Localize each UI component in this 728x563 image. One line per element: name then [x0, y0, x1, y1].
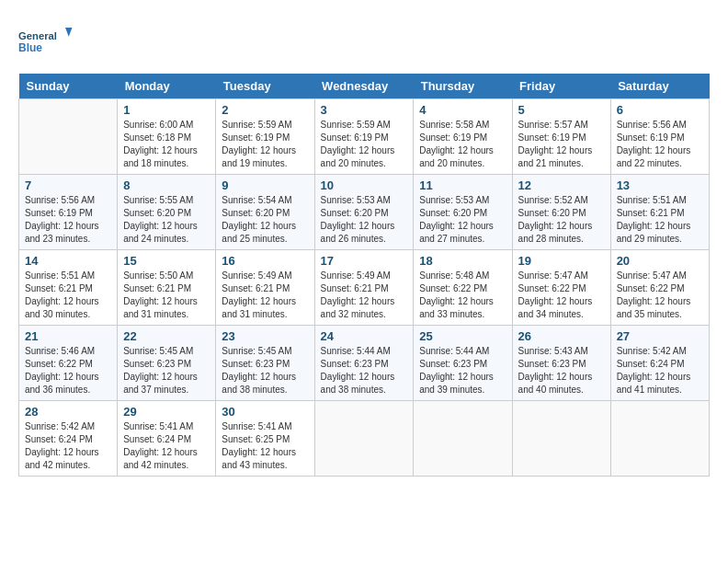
day-number: 28: [25, 405, 111, 419]
header-cell-saturday: Saturday: [610, 74, 709, 99]
calendar-cell: 17Sunrise: 5:49 AM Sunset: 6:21 PM Dayli…: [314, 250, 414, 326]
svg-text:Blue: Blue: [18, 41, 42, 54]
calendar-cell: 14Sunrise: 5:51 AM Sunset: 6:21 PM Dayli…: [19, 250, 118, 326]
day-info: Sunrise: 5:56 AM Sunset: 6:19 PM Dayligh…: [25, 194, 111, 246]
calendar-cell: 11Sunrise: 5:53 AM Sunset: 6:20 PM Dayli…: [414, 175, 512, 250]
day-info: Sunrise: 5:45 AM Sunset: 6:23 PM Dayligh…: [123, 345, 210, 396]
day-info: Sunrise: 5:44 AM Sunset: 6:23 PM Dayligh…: [419, 345, 506, 396]
day-number: 5: [518, 103, 605, 117]
calendar-table: SundayMondayTuesdayWednesdayThursdayFrid…: [18, 74, 710, 477]
day-number: 14: [25, 254, 111, 268]
day-info: Sunrise: 5:59 AM Sunset: 6:19 PM Dayligh…: [321, 119, 408, 170]
day-number: 6: [617, 103, 703, 117]
svg-text:General: General: [18, 30, 57, 41]
header-cell-tuesday: Tuesday: [216, 74, 314, 99]
header-cell-thursday: Thursday: [414, 74, 512, 99]
day-info: Sunrise: 5:43 AM Sunset: 6:23 PM Dayligh…: [518, 345, 605, 396]
day-info: Sunrise: 5:46 AM Sunset: 6:22 PM Dayligh…: [25, 345, 111, 396]
day-info: Sunrise: 5:53 AM Sunset: 6:20 PM Dayligh…: [321, 194, 408, 246]
day-number: 3: [321, 103, 408, 117]
calendar-cell: 2Sunrise: 5:59 AM Sunset: 6:19 PM Daylig…: [216, 99, 314, 175]
calendar-cell: 3Sunrise: 5:59 AM Sunset: 6:19 PM Daylig…: [314, 99, 414, 175]
calendar-cell: 25Sunrise: 5:44 AM Sunset: 6:23 PM Dayli…: [414, 326, 512, 401]
calendar-cell: 9Sunrise: 5:54 AM Sunset: 6:20 PM Daylig…: [216, 175, 314, 250]
calendar-cell: 29Sunrise: 5:41 AM Sunset: 6:24 PM Dayli…: [118, 401, 216, 477]
day-number: 8: [123, 178, 210, 192]
day-info: Sunrise: 6:00 AM Sunset: 6:18 PM Dayligh…: [123, 119, 210, 170]
calendar-cell: 19Sunrise: 5:47 AM Sunset: 6:22 PM Dayli…: [512, 250, 610, 326]
header-cell-monday: Monday: [118, 74, 216, 99]
calendar-cell: [314, 401, 414, 477]
calendar-cell: 23Sunrise: 5:45 AM Sunset: 6:23 PM Dayli…: [216, 326, 314, 401]
calendar-week-1: 1Sunrise: 6:00 AM Sunset: 6:18 PM Daylig…: [19, 99, 710, 175]
calendar-cell: 1Sunrise: 6:00 AM Sunset: 6:18 PM Daylig…: [118, 99, 216, 175]
day-info: Sunrise: 5:54 AM Sunset: 6:20 PM Dayligh…: [222, 194, 308, 246]
day-info: Sunrise: 5:42 AM Sunset: 6:24 PM Dayligh…: [617, 345, 703, 396]
day-info: Sunrise: 5:57 AM Sunset: 6:19 PM Dayligh…: [518, 119, 605, 170]
day-info: Sunrise: 5:44 AM Sunset: 6:23 PM Dayligh…: [321, 345, 408, 396]
calendar-cell: [512, 401, 610, 477]
calendar-cell: 4Sunrise: 5:58 AM Sunset: 6:19 PM Daylig…: [414, 99, 512, 175]
day-number: 12: [518, 178, 605, 192]
day-number: 27: [617, 329, 703, 343]
day-number: 9: [222, 178, 308, 192]
day-number: 21: [25, 329, 111, 343]
day-info: Sunrise: 5:48 AM Sunset: 6:22 PM Dayligh…: [419, 270, 506, 321]
day-info: Sunrise: 5:50 AM Sunset: 6:21 PM Dayligh…: [123, 270, 210, 321]
day-number: 20: [617, 254, 703, 268]
day-info: Sunrise: 5:56 AM Sunset: 6:19 PM Dayligh…: [617, 119, 703, 170]
logo: General Blue: [18, 18, 74, 64]
calendar-cell: 10Sunrise: 5:53 AM Sunset: 6:20 PM Dayli…: [314, 175, 414, 250]
calendar-cell: 16Sunrise: 5:49 AM Sunset: 6:21 PM Dayli…: [216, 250, 314, 326]
calendar-cell: 13Sunrise: 5:51 AM Sunset: 6:21 PM Dayli…: [610, 175, 709, 250]
header-cell-wednesday: Wednesday: [314, 74, 414, 99]
day-number: 29: [123, 405, 210, 419]
calendar-cell: 26Sunrise: 5:43 AM Sunset: 6:23 PM Dayli…: [512, 326, 610, 401]
calendar-cell: 5Sunrise: 5:57 AM Sunset: 6:19 PM Daylig…: [512, 99, 610, 175]
calendar-cell: 8Sunrise: 5:55 AM Sunset: 6:20 PM Daylig…: [118, 175, 216, 250]
calendar-header: SundayMondayTuesdayWednesdayThursdayFrid…: [19, 74, 710, 99]
day-info: Sunrise: 5:53 AM Sunset: 6:20 PM Dayligh…: [419, 194, 506, 246]
calendar-week-4: 21Sunrise: 5:46 AM Sunset: 6:22 PM Dayli…: [19, 326, 710, 401]
day-info: Sunrise: 5:49 AM Sunset: 6:21 PM Dayligh…: [222, 270, 308, 321]
day-info: Sunrise: 5:55 AM Sunset: 6:20 PM Dayligh…: [123, 194, 210, 246]
day-info: Sunrise: 5:47 AM Sunset: 6:22 PM Dayligh…: [518, 270, 605, 321]
day-number: 26: [518, 329, 605, 343]
day-number: 25: [419, 329, 506, 343]
calendar-cell: 6Sunrise: 5:56 AM Sunset: 6:19 PM Daylig…: [610, 99, 709, 175]
calendar-cell: 28Sunrise: 5:42 AM Sunset: 6:24 PM Dayli…: [19, 401, 118, 477]
header-row: SundayMondayTuesdayWednesdayThursdayFrid…: [19, 74, 710, 99]
calendar-cell: 27Sunrise: 5:42 AM Sunset: 6:24 PM Dayli…: [610, 326, 709, 401]
day-info: Sunrise: 5:59 AM Sunset: 6:19 PM Dayligh…: [222, 119, 308, 170]
calendar-cell: [414, 401, 512, 477]
day-number: 1: [123, 103, 210, 117]
day-info: Sunrise: 5:51 AM Sunset: 6:21 PM Dayligh…: [617, 194, 703, 246]
day-info: Sunrise: 5:51 AM Sunset: 6:21 PM Dayligh…: [25, 270, 111, 321]
day-number: 24: [321, 329, 408, 343]
day-number: 7: [25, 178, 111, 192]
day-info: Sunrise: 5:49 AM Sunset: 6:21 PM Dayligh…: [321, 270, 408, 321]
calendar-cell: 21Sunrise: 5:46 AM Sunset: 6:22 PM Dayli…: [19, 326, 118, 401]
header-cell-friday: Friday: [512, 74, 610, 99]
calendar-cell: 30Sunrise: 5:41 AM Sunset: 6:25 PM Dayli…: [216, 401, 314, 477]
calendar-week-5: 28Sunrise: 5:42 AM Sunset: 6:24 PM Dayli…: [19, 401, 710, 477]
header-cell-sunday: Sunday: [19, 74, 118, 99]
day-number: 11: [419, 178, 506, 192]
calendar-cell: 22Sunrise: 5:45 AM Sunset: 6:23 PM Dayli…: [118, 326, 216, 401]
day-number: 23: [222, 329, 308, 343]
calendar-cell: 15Sunrise: 5:50 AM Sunset: 6:21 PM Dayli…: [118, 250, 216, 326]
day-number: 15: [123, 254, 210, 268]
day-number: 22: [123, 329, 210, 343]
calendar-week-2: 7Sunrise: 5:56 AM Sunset: 6:19 PM Daylig…: [19, 175, 710, 250]
day-info: Sunrise: 5:58 AM Sunset: 6:19 PM Dayligh…: [419, 119, 506, 170]
day-info: Sunrise: 5:41 AM Sunset: 6:25 PM Dayligh…: [222, 420, 308, 472]
calendar-cell: [610, 401, 709, 477]
day-number: 10: [321, 178, 408, 192]
calendar-cell: 7Sunrise: 5:56 AM Sunset: 6:19 PM Daylig…: [19, 175, 118, 250]
day-info: Sunrise: 5:47 AM Sunset: 6:22 PM Dayligh…: [617, 270, 703, 321]
day-info: Sunrise: 5:42 AM Sunset: 6:24 PM Dayligh…: [25, 420, 111, 472]
day-info: Sunrise: 5:52 AM Sunset: 6:20 PM Dayligh…: [518, 194, 605, 246]
day-number: 19: [518, 254, 605, 268]
calendar-cell: 20Sunrise: 5:47 AM Sunset: 6:22 PM Dayli…: [610, 250, 709, 326]
day-info: Sunrise: 5:45 AM Sunset: 6:23 PM Dayligh…: [222, 345, 308, 396]
